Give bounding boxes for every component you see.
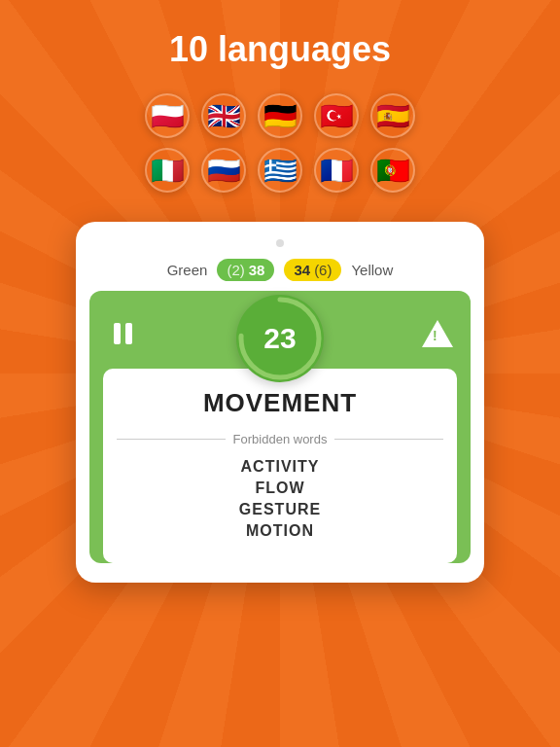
pause-button[interactable]	[103, 314, 142, 353]
timer-value: 23	[263, 322, 296, 355]
flag-germany: 🇩🇪	[258, 93, 302, 138]
forbidden-line-right	[334, 439, 443, 440]
flag-italy: 🇮🇹	[145, 148, 190, 193]
flag-spain: 🇪🇸	[370, 93, 415, 138]
flags-container: 🇵🇱 🇬🇧 🇩🇪 🇹🇷 🇪🇸 🇮🇹 🇷🇺 🇬🇷 🇫🇷 🇵🇹	[145, 93, 415, 193]
yellow-score-sub: (6)	[314, 262, 332, 278]
flag-russia: 🇷🇺	[201, 148, 246, 193]
flag-uk: 🇬🇧	[201, 93, 246, 138]
forbidden-word-2: FLOW	[255, 480, 304, 497]
timer-container: 23	[236, 295, 324, 382]
page-title: 10 languages	[169, 29, 391, 70]
forbidden-line-left	[117, 439, 226, 440]
forbidden-words-list: ACTIVITY FLOW GESTURE MOTION	[117, 458, 443, 540]
flag-france: 🇫🇷	[314, 148, 359, 193]
warning-button[interactable]	[418, 314, 457, 353]
pause-icon	[114, 323, 132, 344]
forbidden-label-container: Forbidden words	[117, 432, 443, 446]
tablet-mockup: Green (2) 38 34 (6) Yellow	[76, 222, 484, 583]
tablet-dot	[276, 239, 284, 247]
game-area: 23 MOVEMENT Forbidden words ACTIVITY FL	[89, 291, 471, 563]
green-score-main: 38	[249, 262, 265, 278]
yellow-team-label: Yellow	[351, 262, 393, 278]
forbidden-word-3: GESTURE	[239, 501, 321, 518]
green-score-sub: (2)	[227, 262, 244, 278]
forbidden-word-4: MOTION	[246, 522, 314, 540]
pause-bar-left	[114, 323, 121, 344]
green-team-label: Green	[167, 262, 208, 278]
forbidden-word-1: ACTIVITY	[241, 458, 320, 476]
pause-bar-right	[125, 323, 132, 344]
flag-poland: 🇵🇱	[145, 93, 190, 138]
yellow-score-badge: 34 (6)	[284, 259, 341, 281]
yellow-score-main: 34	[294, 262, 310, 278]
score-bar: Green (2) 38 34 (6) Yellow	[89, 259, 471, 281]
green-score-badge: (2) 38	[217, 259, 274, 281]
flag-portugal: 🇵🇹	[370, 148, 415, 193]
timer-circle: 23	[236, 295, 324, 382]
warning-icon	[422, 320, 453, 347]
flag-greece: 🇬🇷	[258, 148, 302, 193]
flag-turkey: 🇹🇷	[314, 93, 359, 138]
forbidden-label-text: Forbidden words	[233, 432, 328, 446]
game-controls: 23	[103, 304, 457, 363]
word-card: MOVEMENT Forbidden words ACTIVITY FLOW G…	[103, 369, 457, 563]
flags-row-2: 🇮🇹 🇷🇺 🇬🇷 🇫🇷 🇵🇹	[145, 148, 415, 193]
flags-row-1: 🇵🇱 🇬🇧 🇩🇪 🇹🇷 🇪🇸	[145, 93, 415, 138]
main-word: MOVEMENT	[117, 388, 443, 418]
